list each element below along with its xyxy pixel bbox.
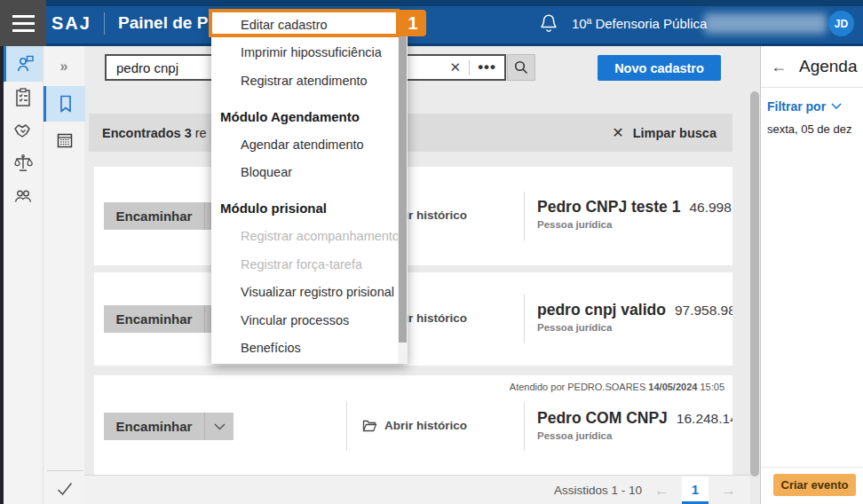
results-header-bar: Encontrados 3 re ✕ Limpar busca [89, 114, 732, 152]
filter-by-button[interactable]: Filtrar por [767, 99, 842, 114]
folder-open-icon [362, 420, 377, 432]
search-icon [513, 59, 529, 75]
assisted-document-number: 46.998.2 [689, 200, 732, 216]
filter-by-label: Filtrar por [767, 99, 826, 114]
clipboard-checklist-icon [14, 88, 32, 107]
back-arrow-icon[interactable]: ← [771, 58, 787, 76]
person-type-label: Pessoa jurídica [537, 430, 732, 441]
avatar[interactable]: JD [828, 11, 854, 36]
calendar-icon [56, 131, 74, 149]
forward-dropdown-button[interactable] [204, 413, 234, 440]
card-divider [524, 402, 525, 451]
hamburger-menu-button[interactable] [0, 0, 46, 46]
assisted-info: Pedro COM CNPJ 16.248.144 Pessoa jurídic… [537, 409, 732, 441]
person-type-label: Pessoa jurídica [537, 219, 732, 230]
person-chat-icon [15, 54, 35, 74]
content-scrollbar[interactable] [750, 91, 759, 476]
next-page-icon[interactable]: → [721, 483, 736, 498]
assisted-document-number: 16.248.144 [677, 411, 732, 427]
attended-time: 15:05 [700, 382, 724, 392]
search-button[interactable] [507, 54, 535, 81]
notification-bell-icon[interactable] [538, 12, 559, 35]
menu-item-imprimir-hipossuficiencia[interactable]: Imprimir hipossuficiência [211, 39, 408, 67]
checkmark-icon [56, 482, 74, 496]
menu-item-beneficios[interactable]: Benefícios [211, 335, 408, 363]
scales-icon [13, 154, 33, 173]
expand-sidebar-button[interactable]: » [44, 53, 84, 80]
redacted-user-name [704, 13, 827, 34]
assisted-name[interactable]: Pedro CNPJ teste 1 [537, 198, 680, 217]
create-event-button[interactable]: Criar evento [773, 474, 856, 496]
sidebar-item-pautas[interactable] [4, 82, 43, 114]
menu-header-modulo-prisional: Módulo prisional [211, 194, 408, 223]
handshake-icon [13, 122, 33, 139]
clear-search-icon[interactable]: ✕ [442, 59, 470, 75]
menu-item-registrar-atendimento[interactable]: Registrar atendimento [211, 67, 408, 95]
forward-split-button[interactable]: Encaminhar [104, 413, 234, 440]
org-name: 10ª Defensoria Pública [572, 0, 707, 46]
forward-button[interactable]: Encaminhar [104, 413, 204, 440]
agenda-title: Agenda [799, 57, 858, 76]
attended-by-label: Atendido por PEDRO.SOARES 14/05/2024 15:… [510, 382, 724, 392]
previous-page-icon[interactable]: ← [654, 483, 669, 498]
assisted-info: pedro cnpj valido 97.958.986 Pessoa jurí… [537, 301, 732, 333]
pagination-label: Assistidos 1 - 10 [554, 484, 642, 497]
menu-item-registrar-acompanhamento: Registrar acompanhamento [211, 223, 408, 251]
assisted-info: Pedro CNPJ teste 1 46.998.2 Pessoa juríd… [537, 198, 732, 230]
top-bar: SAJ Painel de P 10ª Defensoria Pública J… [0, 0, 863, 46]
app-window: SAJ Painel de P 10ª Defensoria Pública J… [0, 0, 863, 504]
sidebar-item-assistidos[interactable] [4, 179, 43, 212]
saj-logo: SAJ [51, 0, 91, 46]
agenda-date: sexta, 05 de dez [767, 122, 851, 136]
clear-search-label: Limpar busca [633, 126, 717, 140]
assisted-card: Atendido por PEDRO.SOARES 14/05/2024 15:… [94, 375, 732, 475]
forward-button[interactable]: Encaminhar [104, 305, 204, 333]
secondary-icon-rail: » [43, 46, 84, 504]
agenda-footer-divider [761, 467, 863, 468]
agenda-panel: ← Agenda Filtrar por sexta, 05 de dez Cr… [760, 46, 863, 504]
assisted-document-number: 97.958.986 [675, 303, 732, 319]
sidebar-item-acordos[interactable] [4, 114, 43, 146]
open-history-link[interactable]: Abrir histórico [362, 419, 467, 432]
person-type-label: Pessoa jurídica [537, 322, 732, 333]
tab-bookmarks[interactable] [44, 86, 85, 122]
sidebar-item-atendimento[interactable] [4, 46, 43, 82]
people-group-icon [13, 187, 33, 205]
assisted-name[interactable]: pedro cnpj valido [537, 301, 666, 319]
clear-search-button[interactable]: ✕ Limpar busca [612, 124, 717, 141]
agenda-header: ← Agenda [761, 46, 863, 88]
card-divider [346, 402, 347, 451]
new-registration-button[interactable]: Novo cadastro [598, 55, 721, 81]
results-count: Encontrados 3 re [102, 126, 207, 140]
chevron-down-icon [214, 423, 226, 430]
attended-date: 14/05/2024 [648, 382, 697, 392]
results-count-rest: re [195, 126, 207, 140]
menu-header-modulo-agendamento: Módulo Agendamento [211, 103, 408, 131]
tab-calendar[interactable] [44, 124, 85, 156]
menu-item-editar-cadastro[interactable]: Editar cadastro [211, 11, 408, 39]
chevron-down-icon [831, 103, 842, 110]
card-divider [524, 192, 525, 240]
card-divider [524, 295, 525, 343]
tasks-done-button[interactable] [44, 476, 85, 502]
menu-scrollbar-track[interactable] [398, 11, 408, 364]
close-icon: ✕ [612, 124, 623, 141]
bookmark-icon [58, 94, 74, 114]
open-history-label: Abrir histórico [384, 419, 467, 432]
sidebar-item-processos[interactable] [4, 146, 43, 179]
menu-item-registrar-forca-tarefa: Registrar força-tarefa [211, 250, 408, 279]
pagination-bar: Assistidos 1 - 10 ← 1 → [84, 475, 750, 504]
current-page[interactable]: 1 [682, 476, 709, 504]
menu-scrollbar-thumb[interactable] [399, 12, 407, 343]
context-menu: Editar cadastro Imprimir hipossuficiênci… [211, 11, 408, 364]
primary-icon-rail [4, 46, 43, 504]
forward-button[interactable]: Encaminhar [104, 202, 204, 230]
assisted-name[interactable]: Pedro COM CNPJ [537, 409, 668, 428]
attended-by-text: Atendido por PEDRO.SOARES [510, 382, 645, 392]
menu-item-visualizar-registro-prisional[interactable]: Visualizar registro prisional [211, 279, 408, 307]
more-options-icon[interactable]: ••• [470, 59, 496, 76]
menu-item-agendar-atendimento[interactable]: Agendar atendimento [211, 130, 408, 159]
menu-item-bloquear[interactable]: Bloquear [211, 159, 408, 187]
expand-chevrons-icon: » [60, 59, 68, 75]
menu-item-vincular-processos[interactable]: Vincular processos [211, 306, 408, 335]
